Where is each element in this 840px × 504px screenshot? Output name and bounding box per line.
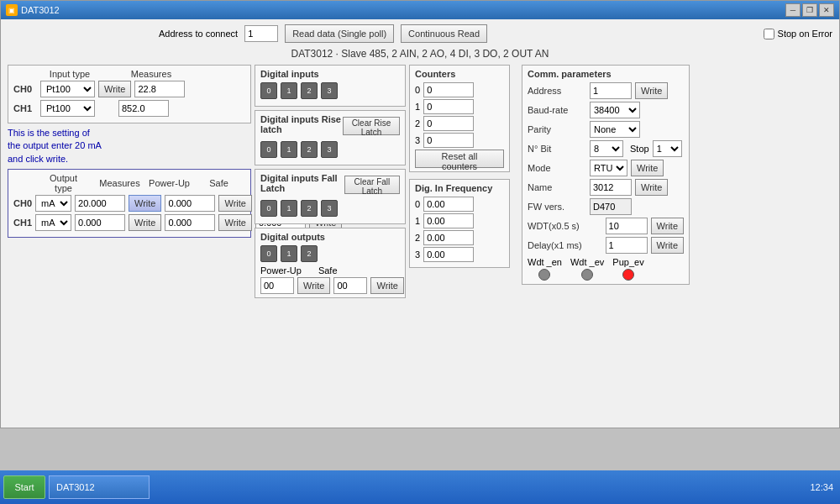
output-ch1-powerup[interactable] [165, 214, 215, 231]
comm-delay-input[interactable] [606, 237, 648, 254]
rise-latch-title: Digital inputs Rise latch [260, 114, 343, 134]
input-ch0-row: CH0 Pt100 Write [13, 81, 245, 97]
comm-section: Comm. parameters Address Write Baud-rate… [522, 65, 690, 285]
comm-wdt-write[interactable]: Write [651, 218, 684, 234]
comm-mode-row: Mode RTU ASCII Write [528, 160, 684, 176]
read-single-button[interactable]: Read data (Single poll) [285, 24, 394, 43]
counter-0-value[interactable] [423, 82, 474, 97]
system-tray: 12:34 [810, 482, 837, 492]
counter-2-value[interactable] [423, 116, 474, 131]
address-to-connect-label: Address to connect [159, 29, 238, 39]
comm-stop-select[interactable]: 1 2 [653, 140, 682, 157]
input-ch1-type-select[interactable]: Pt100 [40, 100, 95, 117]
freq-0-value[interactable] [423, 197, 474, 212]
stop-on-error-checkbox[interactable] [764, 29, 774, 39]
address-input[interactable]: 1 [244, 25, 278, 42]
comm-mode-select[interactable]: RTU ASCII [590, 160, 627, 176]
comm-address-row: Address Write [528, 82, 684, 99]
comm-mode-write[interactable]: Write [631, 160, 664, 176]
wdt-en-indicator [538, 269, 550, 281]
stop-on-error-label: Stop on Error [778, 29, 832, 39]
output-ch0-powerup-write[interactable]: Write [218, 195, 251, 212]
comm-address-write[interactable]: Write [635, 82, 668, 99]
comm-name-write[interactable]: Write [635, 179, 668, 196]
comm-wdt-input[interactable] [606, 218, 648, 234]
rl-led-0: 0 [260, 141, 277, 158]
input-ch0-value[interactable] [134, 81, 185, 97]
comm-mode-label: Mode [528, 163, 586, 173]
info-line2: the output enter 20 mA [8, 140, 102, 150]
comm-nbit-select[interactable]: 8 7 [590, 140, 623, 157]
counter-3-value[interactable] [423, 133, 474, 148]
clear-rise-latch-button[interactable]: Clear Rise Latch [343, 117, 400, 135]
counter-1-value[interactable] [423, 99, 474, 114]
freq-1-value[interactable] [423, 213, 474, 228]
comm-name-input[interactable] [590, 179, 632, 196]
freq-0-row: 0 [415, 197, 504, 212]
output-measures-header: Measures [97, 178, 143, 188]
comm-name-row: Name Write [528, 179, 684, 196]
input-ch0-label: CH0 [13, 84, 37, 94]
output-ch1-value[interactable] [75, 214, 125, 231]
comm-parity-row: Parity None Even Odd [528, 121, 684, 138]
fl-led-3: 3 [321, 200, 338, 217]
freq-3-value[interactable] [423, 247, 474, 262]
comm-address-input[interactable] [590, 82, 632, 99]
wdt-indicators-row: Wdt _en Wdt _ev Pup_ev [528, 257, 684, 281]
input-ch1-value[interactable] [118, 100, 169, 117]
wdt-ev-label: Wdt _ev [570, 257, 604, 267]
output-ch0-write-button[interactable]: Write [129, 195, 161, 212]
di-led-0: 0 [260, 82, 277, 99]
comm-baudrate-label: Baud-rate [528, 105, 586, 115]
comm-nbit-label: N° Bit [528, 144, 586, 154]
rl-led-2: 2 [301, 141, 318, 158]
comm-wdt-row: WDT(x0.5 s) Write [528, 218, 684, 234]
continuous-read-button[interactable]: Continuous Read [401, 24, 487, 43]
do-led-0: 0 [260, 245, 277, 262]
close-button[interactable]: ✕ [819, 3, 834, 17]
di-led-3: 3 [321, 82, 338, 99]
window-title: DAT3012 [21, 5, 60, 15]
restore-button[interactable]: ❐ [802, 3, 817, 17]
digital-outputs-leds: 0 1 2 [260, 245, 400, 262]
freq-2-id: 2 [415, 233, 420, 243]
comm-delay-write[interactable]: Write [651, 237, 684, 254]
output-ch0-row: CH0 mA Write Write Write [13, 195, 245, 212]
do-powerup-input[interactable] [260, 277, 294, 294]
output-ch0-value[interactable] [75, 195, 125, 212]
do-powerup-safe: Power-Up Safe Write Write [260, 265, 400, 294]
clear-fall-latch-button[interactable]: Clear Fall Latch [344, 176, 400, 194]
minimize-button[interactable]: ─ [785, 3, 801, 17]
comm-wdt-label: WDT(x0.5 s) [528, 221, 602, 231]
counters-freq-panel: Counters 0 1 2 3 [409, 65, 518, 302]
start-button[interactable]: Start [3, 475, 45, 499]
output-ch1-type-select[interactable]: mA [35, 214, 71, 231]
digital-outputs-title: Digital outputs [260, 232, 400, 242]
input-ch0-write-button[interactable]: Write [98, 81, 131, 97]
input-section: Input type Measures CH0 Pt100 Write [8, 65, 251, 123]
output-ch0-type-select[interactable]: mA [35, 195, 71, 212]
reset-all-counters-button[interactable]: Reset all counters [415, 150, 504, 168]
output-ch1-powerup-write[interactable]: Write [218, 214, 251, 231]
do-safe-input[interactable] [333, 277, 367, 294]
comm-baudrate-select[interactable]: 38400 9600 19200 [590, 102, 640, 118]
output-ch1-write-button[interactable]: Write [129, 214, 161, 231]
comm-fwvers-row: FW vers. [528, 198, 684, 215]
input-type-header: Input type [40, 69, 99, 79]
comm-fwvers-label: FW vers. [528, 202, 586, 212]
freq-2-value[interactable] [423, 230, 474, 245]
comm-baudrate-row: Baud-rate 38400 9600 19200 [528, 102, 684, 118]
do-powerup-write[interactable]: Write [297, 277, 330, 294]
counter-2-id: 2 [415, 118, 420, 129]
top-bar: Address to connect 1 Read data (Single p… [8, 24, 832, 43]
input-ch0-type-select[interactable]: Pt100 [40, 81, 95, 97]
output-ch0-powerup[interactable] [165, 195, 215, 212]
do-safe-write[interactable]: Write [370, 277, 403, 294]
taskbar-dat3012-button[interactable]: DAT3012 [49, 475, 150, 499]
fall-latch-leds: 0 1 2 3 [260, 200, 400, 217]
wdt-en-item: Wdt _en [528, 257, 562, 281]
comm-parity-select[interactable]: None Even Odd [590, 121, 640, 138]
do-led-2: 2 [301, 245, 318, 262]
rise-latch-section: Digital inputs Rise latch Clear Rise Lat… [255, 110, 406, 165]
comm-title: Comm. parameters [528, 69, 684, 79]
